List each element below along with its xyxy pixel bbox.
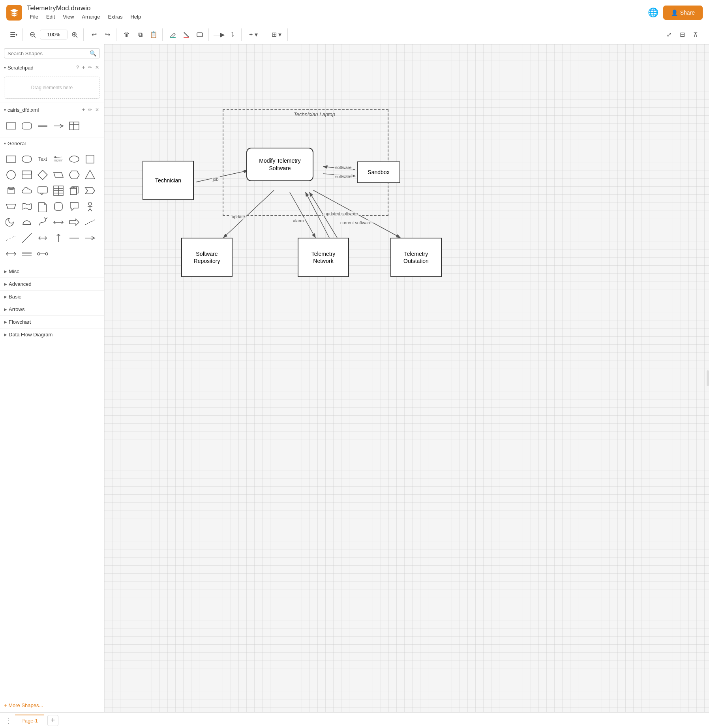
shape-gen-heading[interactable]: Headbody text <box>51 152 66 166</box>
shape-gen-text[interactable]: Text <box>36 152 50 166</box>
undo-button[interactable]: ↩ <box>88 28 100 41</box>
shape-gen-triangle[interactable] <box>83 168 97 182</box>
zoom-level[interactable]: 100% <box>40 30 68 39</box>
dfd-header[interactable]: ▶ Data Flow Diagram <box>0 328 104 341</box>
search-box[interactable]: 🔍 <box>4 48 100 58</box>
menu-extras[interactable]: Extras <box>105 13 126 21</box>
fullscreen-button[interactable]: ⤢ <box>662 28 675 41</box>
shape-gen-rect[interactable] <box>4 152 18 166</box>
shape-gen-double-arrow[interactable] <box>51 215 66 229</box>
menu-help[interactable]: Help <box>127 13 144 21</box>
shape-gen-circle-ends[interactable] <box>36 247 50 261</box>
table-button[interactable]: ⊞ ▾ <box>268 28 285 41</box>
insert-button[interactable]: + ▾ <box>246 28 261 41</box>
misc-header[interactable]: ▶ Misc <box>0 265 104 278</box>
scratchpad-header[interactable]: ▾ Scratchpad ? + ✏ ✕ <box>0 61 104 74</box>
cairis-edit-button[interactable]: ✏ <box>87 106 93 113</box>
zoom-in-button[interactable] <box>68 28 81 41</box>
node-telemetry-outstation[interactable]: Telemetry Outstation <box>390 238 442 277</box>
shape-gen-ellipse[interactable] <box>67 152 81 166</box>
bottombar-menu-icon[interactable]: ⋮ <box>5 716 12 725</box>
share-button[interactable]: 👤 Share <box>663 6 703 20</box>
canvas-area[interactable]: Technician Laptop Technician Modify Tele… <box>104 44 709 712</box>
scratchpad-help-button[interactable]: ? <box>75 64 80 71</box>
line-color-button[interactable] <box>180 28 193 41</box>
shape-gen-parallelogram[interactable] <box>51 168 66 182</box>
paste-button[interactable]: 📋 <box>147 28 160 41</box>
shape-gen-person[interactable] <box>83 199 97 214</box>
scratchpad-close-button[interactable]: ✕ <box>94 64 100 71</box>
shape-gen-3dbox[interactable] <box>67 184 81 198</box>
shape-gen-line[interactable] <box>20 231 34 245</box>
shape-gen-dashed[interactable] <box>83 215 97 229</box>
shape-arrow[interactable] <box>51 119 66 133</box>
menu-arrange[interactable]: Arrange <box>79 13 103 21</box>
shape-gen-dotted[interactable] <box>4 231 18 245</box>
search-input[interactable] <box>8 51 87 56</box>
shape-button[interactable] <box>193 28 206 41</box>
cairis-close-button[interactable]: ✕ <box>94 106 100 113</box>
shape-gen-cylinder[interactable] <box>4 184 18 198</box>
shape-gen-line2[interactable] <box>67 231 81 245</box>
zoom-out-button[interactable] <box>26 28 39 41</box>
shape-gen-big-arrow[interactable] <box>67 215 81 229</box>
page-tab[interactable]: Page-1 <box>15 715 44 726</box>
waypoint-button[interactable]: ⤵ <box>226 28 239 41</box>
shape-gen-wave[interactable] <box>20 199 34 214</box>
more-shapes-button[interactable]: + More Shapes... <box>0 698 104 712</box>
shape-gen-double-arrow2[interactable] <box>4 247 18 261</box>
shape-gen-triple-arrow[interactable] <box>20 247 34 261</box>
canvas-resize-handle[interactable] <box>707 370 709 386</box>
shape-gen-diamond[interactable] <box>36 168 50 182</box>
shape-gen-callout[interactable] <box>36 184 50 198</box>
delete-button[interactable]: 🗑 <box>120 28 133 41</box>
sidebar-toggle-button[interactable]: ☰▾ <box>7 28 20 41</box>
shape-gen-rect-sub[interactable] <box>20 168 34 182</box>
shape-gen-hexagon[interactable] <box>67 168 81 182</box>
format-panel-button[interactable]: ⊟ <box>676 28 688 41</box>
shape-gen-chevron[interactable] <box>83 184 97 198</box>
shape-rectangle[interactable] <box>4 119 18 133</box>
add-page-button[interactable]: + <box>47 715 58 726</box>
shape-table[interactable] <box>67 119 81 133</box>
collapse-panels-button[interactable]: ⊼ <box>689 28 702 41</box>
connection-style-button[interactable]: —▶ <box>213 28 225 41</box>
shape-double-line[interactable] <box>36 119 50 133</box>
node-modify-telemetry[interactable]: Modify Telemetry Software <box>246 148 313 181</box>
menu-view[interactable]: View <box>60 13 77 21</box>
shape-gen-arrow2[interactable] <box>83 231 97 245</box>
shape-gen-scurve[interactable] <box>36 215 50 229</box>
shape-gen-rounded-sq[interactable] <box>51 199 66 214</box>
shape-gen-circle[interactable] <box>4 168 18 182</box>
menu-file[interactable]: File <box>27 13 41 21</box>
cairis-header[interactable]: ▾ cairis_dfd.xml + ✏ ✕ <box>0 103 104 116</box>
shape-gen-square[interactable] <box>83 152 97 166</box>
node-sandbox[interactable]: Sandbox <box>357 161 400 183</box>
basic-header[interactable]: ▶ Basic <box>0 291 104 303</box>
shape-gen-crescent[interactable] <box>4 215 18 229</box>
shape-gen-speech[interactable] <box>67 199 81 214</box>
redo-button[interactable]: ↪ <box>101 28 114 41</box>
advanced-header[interactable]: ▶ Advanced <box>0 278 104 290</box>
general-header[interactable]: ▾ General <box>0 137 104 150</box>
shape-gen-semicircle[interactable] <box>20 215 34 229</box>
fill-button[interactable] <box>167 28 179 41</box>
node-telemetry-network[interactable]: Telemetry Network <box>298 238 349 277</box>
shape-gen-doc[interactable] <box>36 199 50 214</box>
flowchart-header[interactable]: ▶ Flowchart <box>0 316 104 328</box>
arrows-header[interactable]: ▶ Arrows <box>0 303 104 315</box>
shape-gen-bidir[interactable] <box>36 231 50 245</box>
menu-edit[interactable]: Edit <box>43 13 58 21</box>
scratchpad-add-button[interactable]: + <box>81 64 86 71</box>
shape-gen-rounded[interactable] <box>20 152 34 166</box>
shape-gen-trapezoid[interactable] <box>4 199 18 214</box>
shape-gen-cloud[interactable] <box>20 184 34 198</box>
node-technician[interactable]: Technician <box>143 161 194 200</box>
cairis-add-button[interactable]: + <box>81 106 86 113</box>
scratchpad-edit-button[interactable]: ✏ <box>87 64 93 71</box>
shape-rounded-rect[interactable] <box>20 119 34 133</box>
copy-button[interactable]: ⧉ <box>134 28 146 41</box>
shape-gen-table2[interactable] <box>51 184 66 198</box>
node-software-repo[interactable]: Software Repository <box>181 238 233 277</box>
shape-gen-up-arrow[interactable] <box>51 231 66 245</box>
